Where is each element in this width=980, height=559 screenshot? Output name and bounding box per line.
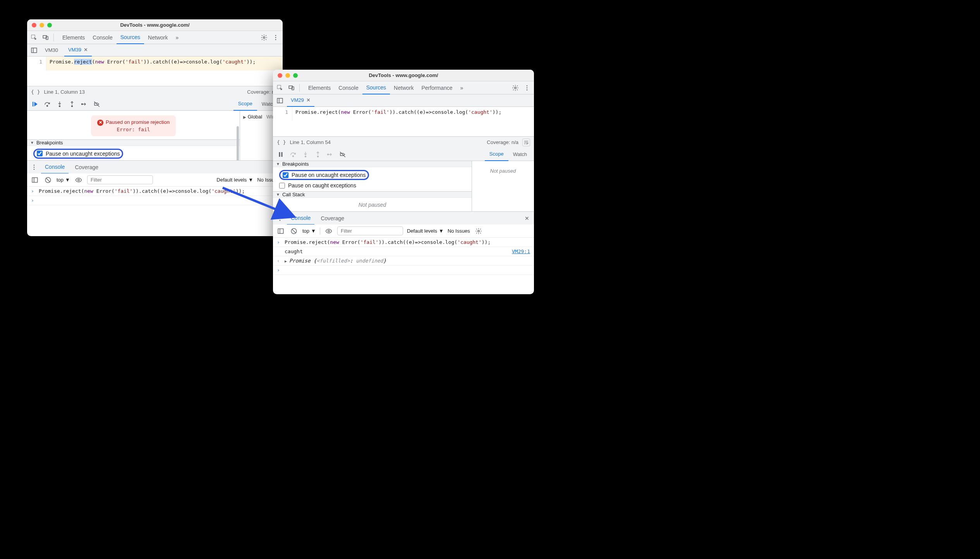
tab-more-icon[interactable]: » [172,31,182,44]
tab-more-icon[interactable]: » [457,81,467,94]
drawer-kebab-icon[interactable] [29,163,39,172]
drawer-tab-console[interactable]: Console [41,161,69,174]
svg-point-29 [293,156,294,157]
console-prompt[interactable]: › [27,196,283,205]
tab-elements[interactable]: Elements [58,31,89,44]
console-filter-input[interactable] [87,175,153,184]
console-prompt[interactable]: › [273,266,534,275]
close-icon[interactable] [278,73,282,78]
context-selector[interactable]: top ▼ [57,177,70,183]
tab-console[interactable]: Console [89,31,116,44]
tab-console[interactable]: Console [335,81,362,94]
scope-not-paused: Not paused [475,164,531,178]
tab-performance[interactable]: Performance [417,81,456,94]
close-tab-icon[interactable]: ✕ [84,47,88,53]
console-input-row[interactable]: › Promise.reject(new Error('fail')).catc… [27,187,283,196]
format-icon[interactable]: { } [277,139,286,145]
code-line[interactable]: Promise.reject(new Error('fail')).catch(… [292,107,534,121]
inspect-icon[interactable] [29,33,39,42]
console-gear-icon[interactable] [474,226,483,236]
issues-button[interactable]: No Issues [448,228,470,234]
close-icon[interactable] [32,23,36,27]
step-over-icon[interactable] [42,99,53,110]
tab-elements[interactable]: Elements [304,81,335,94]
section-breakpoints[interactable]: ▼Breakpoints [273,161,472,167]
svg-point-6 [275,39,276,40]
file-tab-vm29[interactable]: VM29 ✕ [287,94,314,107]
close-drawer-icon[interactable]: ✕ [522,214,532,223]
drawer-tab-console[interactable]: Console [287,212,314,225]
checkbox-pause-uncaught[interactable] [283,172,288,178]
zoom-icon[interactable] [47,23,52,27]
console-filter-input[interactable] [337,226,403,235]
debugger-panes: ▼Breakpoints Pause on uncaught exception… [273,161,534,211]
drawer-kebab-icon[interactable] [275,214,285,223]
device-icon[interactable] [41,33,50,42]
gear-icon[interactable] [259,33,269,42]
window-title: DevTools - www.google.com/ [27,22,283,28]
svg-point-15 [34,168,35,170]
titlebar[interactable]: DevTools - www.google.com/ [27,19,283,31]
step-icon[interactable] [79,99,90,110]
svg-point-24 [527,87,528,88]
debugger-panes: ✕Paused on promise rejection Error: fail… [27,111,283,160]
close-tab-icon[interactable]: ✕ [306,97,311,103]
checkbox-pause-uncaught[interactable] [37,151,43,156]
section-breakpoints[interactable]: ▼Breakpoints [27,139,240,146]
kebab-icon[interactable] [271,33,280,42]
clear-console-icon[interactable] [43,175,53,185]
deactivate-bp-icon[interactable] [337,149,348,160]
drawer-tab-coverage[interactable]: Coverage [317,212,348,225]
tab-scope[interactable]: Scope [233,98,257,111]
live-expr-icon[interactable] [74,175,83,185]
coverage-status: Coverage: n/a [487,139,518,145]
code-editor[interactable]: 1 Promise.reject(new Error('fail')).catc… [27,57,283,70]
titlebar[interactable]: DevTools - www.google.com/ [273,70,534,81]
pause-icon[interactable] [275,149,286,160]
clear-console-icon[interactable] [289,226,299,236]
console-sidebar-icon[interactable] [30,175,39,185]
navigator-icon[interactable] [29,46,39,55]
resume-icon[interactable] [29,99,40,110]
file-tab-vm39[interactable]: VM39 ✕ [64,44,92,57]
code-editor[interactable]: 1 Promise.reject(new Error('fail')).catc… [273,107,534,121]
log-levels-selector[interactable]: Default levels ▼ [407,228,444,234]
navigator-icon[interactable] [275,96,285,105]
live-expr-icon[interactable] [324,226,333,236]
gear-icon[interactable] [511,83,520,93]
svg-point-13 [34,165,35,166]
format-icon[interactable]: { } [31,89,40,95]
wrap-icon[interactable] [522,139,530,146]
tab-scope[interactable]: Scope [485,148,508,161]
console-input-row[interactable]: › Promise.reject(new Error('fail')).catc… [273,238,534,247]
tab-network[interactable]: Network [390,81,417,94]
device-icon[interactable] [287,83,296,93]
kebab-icon[interactable] [522,83,532,93]
file-tab-vm30[interactable]: VM30 [41,44,62,57]
tab-sources[interactable]: Sources [362,81,390,94]
context-selector[interactable]: top ▼ [302,228,316,234]
code-line[interactable]: Promise.reject(new Error('fail')).catch(… [46,57,283,70]
minimize-icon[interactable] [39,23,44,27]
zoom-icon[interactable] [293,73,298,78]
prompt-caret-icon: › [31,197,36,203]
tab-network[interactable]: Network [144,31,172,44]
scrollbar[interactable] [237,126,239,160]
step-into-icon[interactable] [54,99,65,110]
log-source-link[interactable]: VM29:1 [512,249,530,254]
divider [53,34,54,41]
svg-rect-16 [32,178,38,182]
divider [299,84,300,92]
console-sidebar-icon[interactable] [276,226,285,236]
console-return-row[interactable]: ‹ ▶ Promise {<fulfilled>: undefined} [273,256,534,266]
step-out-icon[interactable] [67,99,77,110]
minimize-icon[interactable] [285,73,290,78]
drawer-tab-coverage[interactable]: Coverage [71,161,102,174]
log-levels-selector[interactable]: Default levels ▼ [216,177,253,183]
deactivate-bp-icon[interactable] [91,99,102,110]
section-callstack[interactable]: ▼Call Stack [273,191,472,198]
tab-watch[interactable]: Watch [508,148,532,161]
tab-sources[interactable]: Sources [117,31,144,44]
checkbox-pause-caught[interactable] [279,183,285,189]
inspect-icon[interactable] [275,83,285,93]
